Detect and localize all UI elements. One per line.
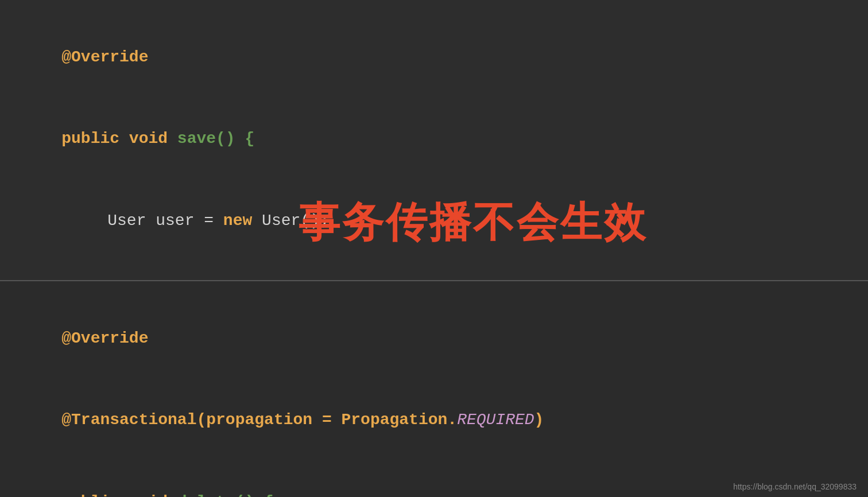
- code-line-method-sig1: public void save() {: [23, 98, 845, 180]
- top-code-section: @Override public void save() { User user…: [0, 0, 868, 281]
- keyword-void1: void: [129, 130, 177, 147]
- code-line-method-sig2: public void delete() {: [23, 461, 845, 497]
- keyword-new1: new: [223, 212, 262, 230]
- watermark: https://blog.csdn.net/qq_32099833: [733, 482, 857, 491]
- keyword-public1: public: [61, 130, 129, 147]
- code-line-transactional: @Transactional(propagation = Propagation…: [23, 379, 845, 461]
- method-name-delete: delete() {: [177, 493, 274, 497]
- bottom-code-section: @Override @Transactional(propagation = P…: [0, 281, 868, 497]
- method-name-save: save() {: [177, 130, 254, 147]
- propagation-value: REQUIRED: [457, 411, 534, 429]
- code-line-override1: @Override: [23, 16, 845, 98]
- annotation-override2: @Override: [61, 329, 148, 347]
- annotation-override1: @Override: [61, 48, 148, 66]
- keyword-void2: void: [129, 493, 177, 497]
- code-user-decl: User user =: [107, 212, 223, 230]
- overlay-label: 事务传播不会生效: [299, 195, 648, 250]
- annotation-transactional-end: ): [534, 411, 544, 429]
- annotation-transactional: @Transactional(propagation = Propagation…: [61, 411, 457, 429]
- code-line-override2: @Override: [23, 297, 845, 379]
- keyword-public2: public: [61, 493, 129, 497]
